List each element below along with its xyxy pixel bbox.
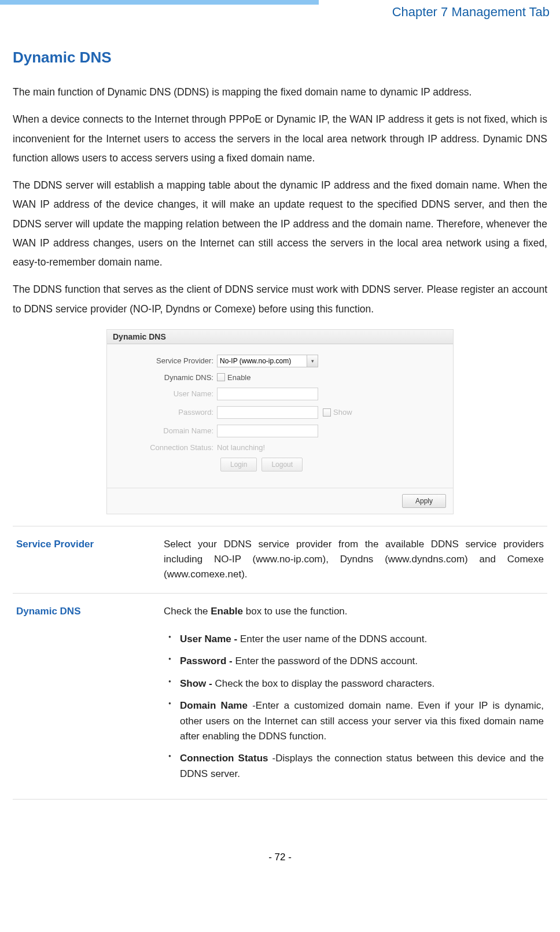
input-domain-name[interactable] [217,425,318,437]
paragraph-4: The DDNS function that serves as the cli… [13,280,547,319]
bullet-show: Show - Check the box to display the pass… [164,676,544,691]
chevron-down-icon[interactable]: ▾ [307,355,318,367]
apply-button[interactable]: Apply [402,494,446,508]
dropdown-service-provider[interactable]: No-IP (www.no-ip.com) ▾ [217,355,318,367]
checkbox-show-label: Show [333,408,352,417]
row-service-provider: Service Provider: No-IP (www.no-ip.com) … [116,355,444,367]
bullet-user-name: User Name - Enter the user name of the D… [164,632,544,647]
panel-title: Dynamic DNS [107,330,453,344]
row-user-name: User Name: [116,388,444,400]
desc-prefix: Check the [164,606,211,617]
input-password[interactable] [217,406,318,419]
checkbox-show[interactable] [323,408,331,417]
panel-body: Service Provider: No-IP (www.no-ip.com) … [107,344,453,488]
label-connection-status: Connection Status: [116,443,217,452]
bullet-connection-status: Connection Status -Displays the connecti… [164,751,544,782]
desc-service-provider: Select your DDNS service provider from t… [160,526,547,593]
desc-suffix: box to use the function. [243,606,348,617]
label-user-name: User Name: [116,389,217,398]
b2-bold: Password - [180,655,235,666]
panel-footer: Apply [107,488,453,514]
b1-text: Enter the user name of the DDNS account. [240,633,427,644]
desc-bold: Enable [211,606,243,617]
checkbox-enable-label: Enable [227,373,250,382]
def-row-dynamic-dns: Dynamic DNS Check the Enable box to use … [13,593,547,799]
term-dynamic-dns: Dynamic DNS [13,593,160,799]
logout-button[interactable]: Logout [261,458,303,471]
header-accent-bar [0,0,319,5]
label-domain-name: Domain Name: [116,426,217,435]
row-domain-name: Domain Name: [116,425,444,437]
paragraph-1: The main function of Dynamic DNS (DDNS) … [13,83,547,102]
login-buttons-row: Login Logout [220,458,444,471]
row-connection-status: Connection Status: Not launching! [116,443,444,452]
bullet-list: User Name - Enter the user name of the D… [164,632,544,782]
bullet-password: Password - Enter the password of the DDN… [164,654,544,669]
b1-bold: User Name - [180,633,240,644]
dropdown-text: No-IP (www.no-ip.com) [217,355,307,367]
b5-bold: Connection Status [180,753,272,764]
ddns-settings-panel: Dynamic DNS Service Provider: No-IP (www… [106,329,454,514]
bullet-domain-name: Domain Name -Enter a customized domain n… [164,698,544,744]
b2-text: Enter the password of the DDNS account. [235,655,418,666]
login-button[interactable]: Login [220,458,257,471]
row-password: Password: Show [116,406,444,419]
page-number: - 72 - [0,852,560,875]
section-title: Dynamic DNS [13,49,547,67]
def-row-service-provider: Service Provider Select your DDNS servic… [13,526,547,593]
desc-dynamic-dns: Check the Enable box to use the function… [160,593,547,799]
paragraph-2: When a device connects to the Internet t… [13,110,547,168]
label-password: Password: [116,408,217,417]
definition-table: Service Provider Select your DDNS servic… [13,526,547,800]
b4-bold: Domain Name [180,700,252,711]
main-content: Dynamic DNS The main function of Dynamic… [0,20,560,800]
status-value: Not launching! [217,443,265,452]
paragraph-3: The DDNS server will establish a mapping… [13,176,547,272]
input-user-name[interactable] [217,388,318,400]
checkbox-enable[interactable] [217,373,225,381]
b3-bold: Show - [180,678,215,689]
label-dynamic-dns: Dynamic DNS: [116,373,217,382]
row-dynamic-dns: Dynamic DNS: Enable [116,373,444,382]
label-service-provider: Service Provider: [116,356,217,365]
term-service-provider: Service Provider [13,526,160,593]
b3-text: Check the box to display the password ch… [215,678,434,689]
